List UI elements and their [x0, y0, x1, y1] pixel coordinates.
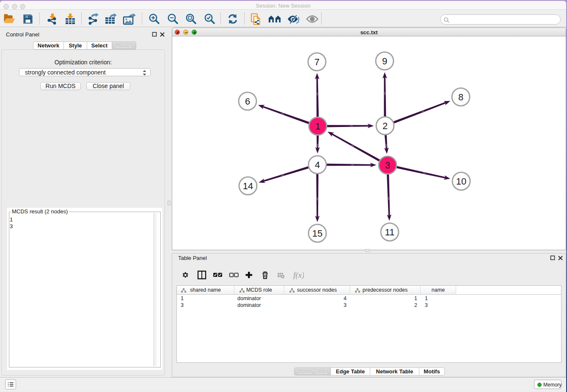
svg-text:15: 15 — [312, 228, 322, 239]
svg-text:f(x): f(x) — [293, 271, 304, 280]
svg-text:7: 7 — [314, 57, 319, 67]
svg-text:3: 3 — [385, 160, 390, 171]
svg-text:1: 1 — [315, 121, 320, 132]
svg-text:9: 9 — [382, 56, 387, 66]
svg-text:10: 10 — [456, 176, 466, 187]
svg-text:8: 8 — [458, 92, 463, 102]
svg-text:4: 4 — [315, 160, 320, 170]
svg-text:6: 6 — [245, 96, 250, 107]
svg-text:14: 14 — [243, 181, 253, 191]
svg-text:2: 2 — [383, 121, 388, 131]
svg-text:11: 11 — [385, 227, 395, 237]
